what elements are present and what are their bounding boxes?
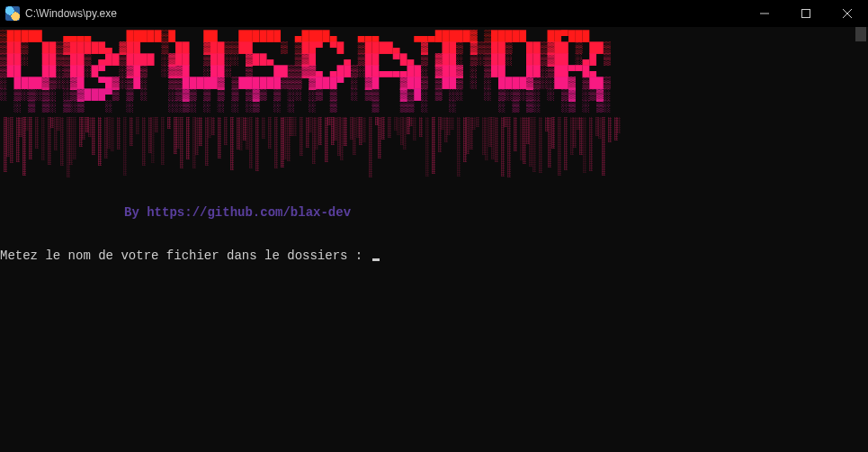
prompt-text: Metez le nom de votre fichier dans le do… — [0, 249, 371, 263]
credit-prefix: By — [124, 205, 147, 220]
credit-url: https://github.com/blax-dev — [147, 205, 351, 220]
text-cursor — [372, 258, 380, 261]
window-controls — [744, 0, 868, 27]
ascii-banner: ▒█████ ▄▄▄▄ █████▒█ ██ ██████ ▄████▄ ▄▄▄… — [0, 31, 611, 113]
svg-rect-1 — [802, 10, 810, 18]
terminal-area[interactable]: ▒█████ ▄▄▄▄ █████▒█ ██ ██████ ▄████▄ ▄▄▄… — [0, 27, 868, 452]
scrollbar-up-indicator[interactable] — [855, 27, 866, 41]
window-title: C:\Windows\py.exe — [25, 7, 117, 20]
prompt-line: Metez le nom de votre fichier dans le do… — [0, 249, 380, 263]
app-icon — [5, 6, 20, 21]
close-button[interactable] — [827, 0, 868, 27]
banner-drip-decoration — [0, 117, 630, 189]
scrollbar-track[interactable] — [854, 27, 868, 452]
minimize-button[interactable] — [744, 0, 785, 27]
banner-line: ░ ▒ ▒░ ▒░▒ ░ ░ ░░▒░ ░ ░ ░ ░▒ ░ ░ ░ ▒ ▒ ▒… — [0, 100, 611, 113]
window-titlebar: C:\Windows\py.exe — [0, 0, 868, 27]
maximize-button[interactable] — [785, 0, 827, 27]
credit-line: By https://github.com/blax-dev — [124, 205, 351, 220]
